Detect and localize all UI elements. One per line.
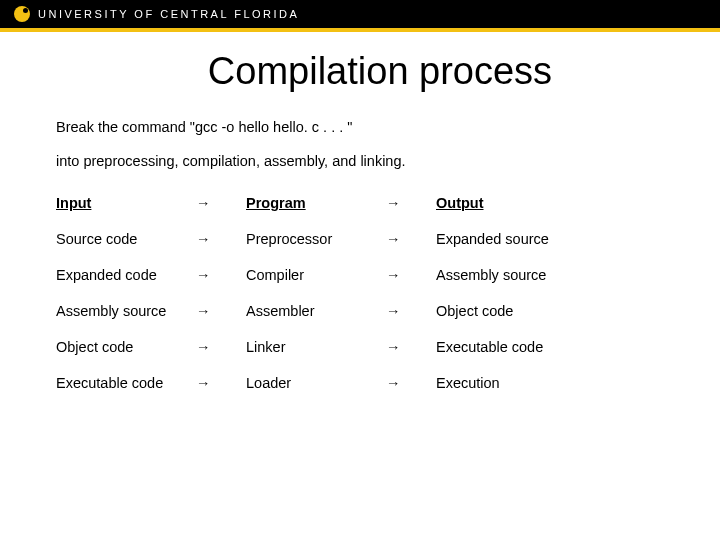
col-header-program: Program (246, 195, 386, 211)
col-header-output: Output (436, 195, 596, 211)
cell-output: Expanded source (436, 231, 596, 247)
university-name: UNIVERSITY OF CENTRAL FLORIDA (38, 8, 299, 20)
arrow-icon: → (386, 303, 436, 319)
cell-input: Object code (56, 339, 196, 355)
arrow-icon: → (196, 375, 246, 391)
cell-program: Compiler (246, 267, 386, 283)
cell-input: Source code (56, 231, 196, 247)
cell-output: Assembly source (436, 267, 596, 283)
cell-input: Executable code (56, 375, 196, 391)
arrow-icon: → (196, 267, 246, 283)
compilation-table: Input → Program → Output Source code → P… (56, 195, 664, 391)
cell-program: Linker (246, 339, 386, 355)
intro-line-2: into preprocessing, compilation, assembl… (56, 153, 664, 169)
intro-line-1: Break the command "gcc -o hello hello. c… (56, 119, 664, 135)
cell-output: Object code (436, 303, 596, 319)
arrow-icon: → (386, 195, 436, 211)
cell-program: Loader (246, 375, 386, 391)
col-header-input: Input (56, 195, 196, 211)
header-bar: UNIVERSITY OF CENTRAL FLORIDA (0, 0, 720, 28)
cell-program: Preprocessor (246, 231, 386, 247)
slide-content: Compilation process Break the command "g… (0, 32, 720, 391)
cell-output: Executable code (436, 339, 596, 355)
arrow-icon: → (386, 375, 436, 391)
arrow-icon: → (196, 339, 246, 355)
slide-title: Compilation process (96, 50, 664, 93)
cell-output: Execution (436, 375, 596, 391)
arrow-icon: → (386, 267, 436, 283)
arrow-icon: → (196, 195, 246, 211)
arrow-icon: → (386, 339, 436, 355)
arrow-icon: → (196, 231, 246, 247)
cell-program: Assembler (246, 303, 386, 319)
ucf-logo-icon (14, 6, 30, 22)
cell-input: Assembly source (56, 303, 196, 319)
arrow-icon: → (196, 303, 246, 319)
cell-input: Expanded code (56, 267, 196, 283)
arrow-icon: → (386, 231, 436, 247)
